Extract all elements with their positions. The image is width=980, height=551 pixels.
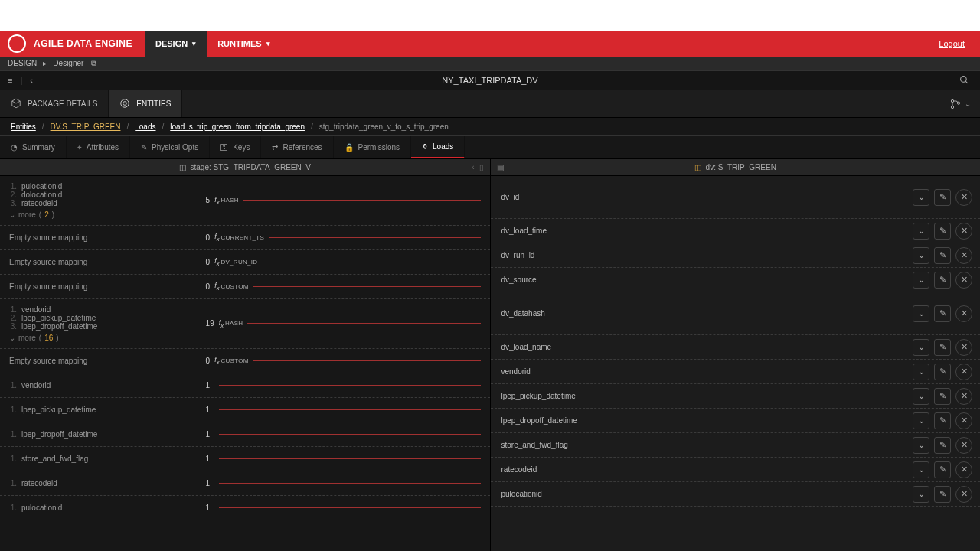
- target-mapping-row[interactable]: lpep_pickup_datetime⌄✎✕: [491, 384, 981, 409]
- source-mapping-row[interactable]: 1.store_and_fwd_flag1: [0, 447, 490, 471]
- source-block: Empty source mapping: [0, 354, 206, 368]
- expand-button[interactable]: ⌄: [913, 272, 929, 289]
- svg-line-1: [965, 81, 968, 83]
- target-column: dv_id⌄✎✕dv_load_time⌄✎✕dv_run_id⌄✎✕dv_so…: [491, 176, 981, 551]
- delete-button[interactable]: ✕: [956, 461, 972, 478]
- bc-load[interactable]: load_s_trip_green_from_tripdata_green: [170, 122, 305, 131]
- nav-runtimes[interactable]: RUNTIMES ▾: [207, 31, 280, 57]
- source-column: 1.pulocationid2.dolocationid3.ratecodeid…: [0, 176, 491, 551]
- expand-button[interactable]: ⌄: [913, 412, 929, 429]
- target-mapping-row[interactable]: dv_id⌄✎✕: [491, 176, 981, 219]
- delete-button[interactable]: ✕: [956, 339, 972, 356]
- edit-button[interactable]: ✎: [934, 364, 951, 380]
- edit-button[interactable]: ✎: [934, 486, 951, 503]
- expand-button[interactable]: ⌄: [913, 364, 929, 380]
- tab-package-details[interactable]: PACKAGE DETAILS: [0, 90, 109, 117]
- source-mapping-row[interactable]: 1.lpep_pickup_datetime1: [0, 398, 490, 422]
- subtab-keys[interactable]: ⚿Keys: [210, 136, 261, 158]
- back-icon[interactable]: ‹: [30, 76, 33, 85]
- edit-button[interactable]: ✎: [934, 388, 951, 405]
- delete-button[interactable]: ✕: [956, 388, 972, 405]
- subtab-physical[interactable]: ✎Physical Opts: [130, 136, 210, 158]
- edit-button[interactable]: ✎: [934, 412, 951, 429]
- mapping-connector: 1: [206, 381, 490, 390]
- target-mapping-row[interactable]: dv_source⌄✎✕: [491, 268, 981, 292]
- source-mapping-row[interactable]: 1.ratecodeid1: [0, 471, 490, 496]
- source-mapping-row[interactable]: 1.pulocationid2.dolocationid3.ratecodeid…: [0, 176, 490, 226]
- delete-button[interactable]: ✕: [956, 412, 972, 429]
- subtab-attributes[interactable]: ⌖Attributes: [67, 136, 130, 158]
- expand-button[interactable]: ⌄: [913, 189, 929, 206]
- expand-more[interactable]: ⌄more (2): [9, 210, 200, 219]
- expand-button[interactable]: ⌄: [913, 461, 929, 478]
- expand-more[interactable]: ⌄more (16): [9, 334, 200, 342]
- source-mapping-row[interactable]: Empty source mapping0fxCUSTOM: [0, 349, 490, 373]
- edit-button[interactable]: ✎: [934, 272, 951, 289]
- edit-button[interactable]: ✎: [934, 247, 951, 264]
- delete-button[interactable]: ✕: [956, 364, 972, 380]
- bc-entity[interactable]: DV.S_TRIP_GREEN: [51, 122, 121, 131]
- edit-button[interactable]: ✎: [934, 305, 951, 322]
- mapping-connector: 1: [206, 406, 490, 414]
- menu-icon[interactable]: ▤: [497, 163, 504, 171]
- source-mapping-row[interactable]: Empty source mapping0fxDV_RUN_ID: [0, 250, 490, 275]
- expand-button[interactable]: ⌄: [913, 388, 929, 405]
- target-mapping-row[interactable]: ratecodeid⌄✎✕: [491, 458, 981, 482]
- delete-button[interactable]: ✕: [956, 437, 972, 454]
- mapping-connector: 0fxCUSTOM: [206, 356, 490, 366]
- subtab-loads[interactable]: ⚱Loads: [411, 136, 465, 158]
- source-mapping-row[interactable]: 1.vendorid2.lpep_pickup_datetime3.lpep_d…: [0, 299, 490, 349]
- edit-button[interactable]: ✎: [934, 189, 951, 206]
- search-icon[interactable]: [959, 75, 969, 86]
- bc-entities[interactable]: Entities: [11, 122, 36, 131]
- source-mapping-row[interactable]: 1.lpep_dropoff_datetime1: [0, 422, 490, 447]
- target-mapping-row[interactable]: dv_load_time⌄✎✕: [491, 219, 981, 243]
- delete-button[interactable]: ✕: [956, 223, 972, 240]
- target-mapping-row[interactable]: pulocationid⌄✎✕: [491, 482, 981, 507]
- source-mapping-row[interactable]: 1.pulocationid1: [0, 496, 490, 520]
- delete-button[interactable]: ✕: [956, 247, 972, 264]
- nav-design[interactable]: DESIGN ▾: [145, 31, 207, 57]
- subtab-permissions[interactable]: 🔒Permissions: [334, 136, 411, 158]
- target-mapping-row[interactable]: lpep_dropoff_datetime⌄✎✕: [491, 409, 981, 433]
- external-link-icon[interactable]: ⧉: [91, 59, 96, 68]
- crumb-design[interactable]: DESIGN: [8, 59, 37, 67]
- branch-icon[interactable]: ⌄: [949, 90, 971, 117]
- svg-point-5: [951, 106, 953, 108]
- edit-button[interactable]: ✎: [934, 339, 951, 356]
- delete-button[interactable]: ✕: [956, 486, 972, 503]
- delete-button[interactable]: ✕: [956, 189, 972, 206]
- edit-button[interactable]: ✎: [934, 437, 951, 454]
- expand-button[interactable]: ⌄: [913, 486, 929, 503]
- subtab-summary[interactable]: ◔Summary: [0, 136, 67, 158]
- tab-entities[interactable]: ENTITIES: [109, 90, 182, 117]
- logout-link[interactable]: Logout: [939, 39, 965, 48]
- expand-button[interactable]: ⌄: [913, 437, 929, 454]
- collapse-icon[interactable]: ▯: [479, 163, 484, 171]
- crumb-designer[interactable]: Designer: [53, 59, 83, 67]
- bc-loads[interactable]: Loads: [135, 122, 155, 131]
- delete-button[interactable]: ✕: [956, 272, 972, 289]
- delete-button[interactable]: ✕: [956, 305, 972, 322]
- source-mapping-row[interactable]: Empty source mapping0fxCURRENT_TS: [0, 226, 490, 250]
- target-mapping-row[interactable]: dv_run_id⌄✎✕: [491, 243, 981, 268]
- edit-button[interactable]: ✎: [934, 461, 951, 478]
- prev-icon[interactable]: ‹: [472, 163, 474, 171]
- subtab-references[interactable]: ⇄References: [261, 136, 333, 158]
- target-field-label: store_and_fwd_flag: [501, 441, 913, 449]
- source-mapping-row[interactable]: 1.vendorid1: [0, 373, 490, 398]
- mapping-area: 1.pulocationid2.dolocationid3.ratecodeid…: [0, 176, 980, 551]
- list-icon[interactable]: ≡: [8, 76, 12, 85]
- expand-button[interactable]: ⌄: [913, 247, 929, 264]
- expand-button[interactable]: ⌄: [913, 223, 929, 240]
- target-mapping-row[interactable]: store_and_fwd_flag⌄✎✕: [491, 433, 981, 458]
- target-mapping-row[interactable]: vendorid⌄✎✕: [491, 360, 981, 384]
- target-mapping-row[interactable]: dv_datahash⌄✎✕: [491, 292, 981, 335]
- source-mapping-row[interactable]: Empty source mapping0fxCUSTOM: [0, 275, 490, 299]
- expand-button[interactable]: ⌄: [913, 305, 929, 322]
- target-mapping-row[interactable]: dv_load_name⌄✎✕: [491, 335, 981, 360]
- mapping-connector: 1: [206, 479, 490, 487]
- expand-button[interactable]: ⌄: [913, 339, 929, 356]
- edit-button[interactable]: ✎: [934, 223, 951, 240]
- cube-icon: [11, 98, 21, 110]
